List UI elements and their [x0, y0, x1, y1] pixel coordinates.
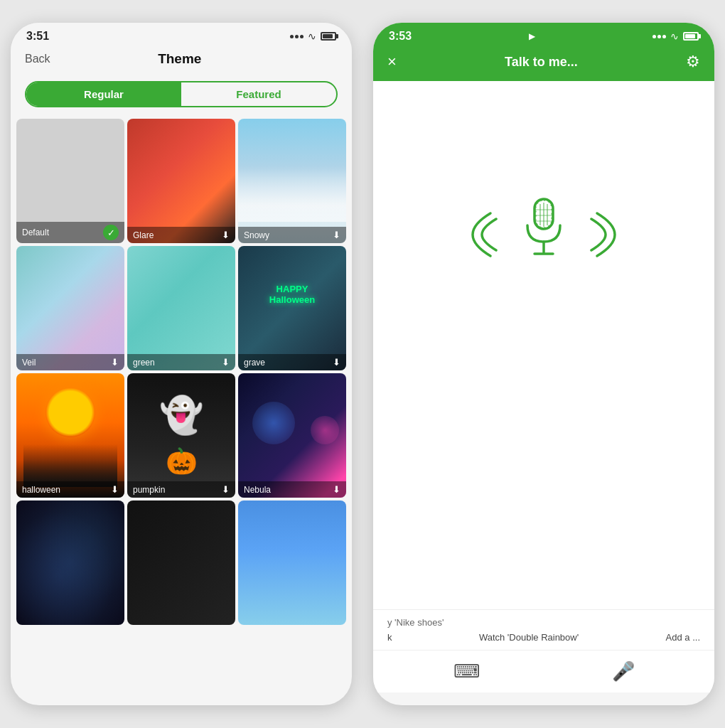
segment-control: Regular Featured	[25, 81, 338, 107]
battery-fill-right	[685, 34, 695, 38]
status-icons-right: ∿	[652, 31, 699, 42]
download-icon-snowy: ⬇	[333, 230, 340, 240]
download-icon-veil: ⬇	[111, 357, 119, 368]
signal-dot-3	[300, 35, 304, 38]
theme-item-halloween[interactable]: halloween ⬇	[16, 373, 124, 498]
suggestions-area: y 'Nike shoes' k Watch 'Double Rainbow' …	[373, 609, 714, 650]
right-phone-content: y 'Nike shoes' k Watch 'Double Rainbow' …	[373, 81, 714, 692]
theme-grid: Default ✓ Glare ⬇ Snowy ⬇ Veil ⬇	[11, 116, 352, 628]
keyboard-button[interactable]: ⌨	[453, 660, 480, 682]
signal-dot-r2	[657, 35, 661, 38]
theme-label-grave: grave ⬇	[238, 354, 346, 370]
status-bar-left: 3:51 ∿	[11, 23, 352, 46]
theme-item-veil[interactable]: Veil ⬇	[16, 246, 124, 370]
close-button[interactable]: ×	[387, 53, 397, 71]
theme-label-snowy: Snowy ⬇	[238, 227, 346, 243]
theme-item-grave[interactable]: HAPPYHalloween grave ⬇	[238, 246, 346, 370]
theme-label-default: Default ✓	[16, 222, 124, 243]
theme-item-nebula[interactable]: Nebula ⬇	[238, 373, 346, 498]
signal-icon-right	[652, 35, 666, 38]
suggestion-row1: y 'Nike shoes'	[387, 617, 700, 628]
theme-item-green[interactable]: green ⬇	[127, 246, 235, 370]
suggestion-item-2[interactable]: Watch 'Double Rainbow'	[479, 632, 579, 643]
theme-item-default[interactable]: Default ✓	[16, 119, 124, 243]
theme-label-glare: Glare ⬇	[127, 227, 235, 243]
signal-dot-1	[290, 35, 294, 38]
mic-container	[469, 196, 618, 274]
bottom-toolbar: ⌨ 🎤	[373, 650, 714, 692]
theme-label-pumpkin: pumpkin ⬇	[127, 481, 235, 498]
signal-icon	[290, 35, 304, 38]
mic-area	[373, 81, 714, 388]
theme-label-nebula: Nebula ⬇	[238, 481, 346, 498]
left-phone: 3:51 ∿ Back Theme Regular Featured Defau…	[11, 23, 352, 705]
microphone-icon[interactable]	[512, 196, 576, 274]
status-time-extra: ▶	[529, 31, 535, 41]
battery-icon-right	[683, 32, 699, 41]
wave-right-svg	[590, 206, 618, 263]
battery-fill	[323, 34, 333, 38]
theme-item-space1[interactable]	[16, 500, 124, 625]
right-phone: 3:53 ▶ ∿ × Talk to me... ⚙	[373, 23, 714, 705]
segment-regular[interactable]: Regular	[26, 82, 181, 106]
download-icon-grave: ⬇	[333, 357, 340, 368]
wifi-icon: ∿	[308, 31, 316, 42]
page-title: Theme	[50, 51, 309, 67]
signal-dot-2	[295, 35, 299, 38]
signal-dot-r1	[652, 35, 656, 38]
wave-left-svg	[469, 206, 498, 263]
content-spacer	[373, 388, 714, 610]
suggestion-item-1[interactable]: k	[387, 632, 392, 643]
download-icon: ⬇	[222, 230, 230, 240]
theme-item-space2[interactable]	[127, 500, 235, 625]
theme-item-snowy[interactable]: Snowy ⬇	[238, 119, 346, 243]
download-icon-pumpkin: ⬇	[222, 484, 230, 495]
segment-featured[interactable]: Featured	[181, 82, 336, 106]
selected-check-icon: ✓	[103, 225, 119, 240]
theme-label-green: green ⬇	[127, 354, 235, 370]
download-icon-nebula: ⬇	[333, 484, 340, 495]
theme-item-pumpkin[interactable]: 👻 🎃 pumpkin ⬇	[127, 373, 235, 498]
theme-label-veil: Veil ⬇	[16, 354, 124, 370]
back-button[interactable]: Back	[25, 53, 50, 65]
header-title: Talk to me...	[505, 55, 578, 70]
mic-button[interactable]: 🎤	[612, 660, 635, 682]
mic-svg	[519, 196, 569, 263]
header-row: × Talk to me... ⚙	[387, 53, 700, 71]
status-bar-right: 3:53 ▶ ∿	[373, 23, 714, 46]
status-time-right: 3:53	[389, 30, 412, 43]
theme-item-glare[interactable]: Glare ⬇	[127, 119, 235, 243]
theme-item-blue[interactable]	[238, 500, 346, 625]
wifi-icon-right: ∿	[670, 31, 679, 42]
left-wave-icon	[469, 206, 498, 263]
download-icon-green: ⬇	[222, 357, 230, 368]
suggestion-row2: k Watch 'Double Rainbow' Add a ...	[387, 632, 700, 643]
status-time-left: 3:51	[26, 30, 49, 43]
right-wave-icon	[590, 206, 618, 263]
battery-icon	[321, 32, 336, 41]
suggestion-item-3[interactable]: Add a ...	[666, 632, 700, 643]
signal-dot-r3	[662, 35, 666, 38]
nav-bar-left: Back Theme	[11, 46, 352, 73]
status-icons-left: ∿	[290, 31, 336, 42]
gear-button[interactable]: ⚙	[686, 53, 700, 71]
green-header: × Talk to me... ⚙	[373, 46, 714, 81]
grave-text: HAPPYHalloween	[269, 284, 315, 306]
theme-label-halloween: halloween ⬇	[16, 481, 124, 498]
location-arrow-icon: ▶	[529, 31, 535, 41]
download-icon-halloween: ⬇	[111, 484, 119, 495]
